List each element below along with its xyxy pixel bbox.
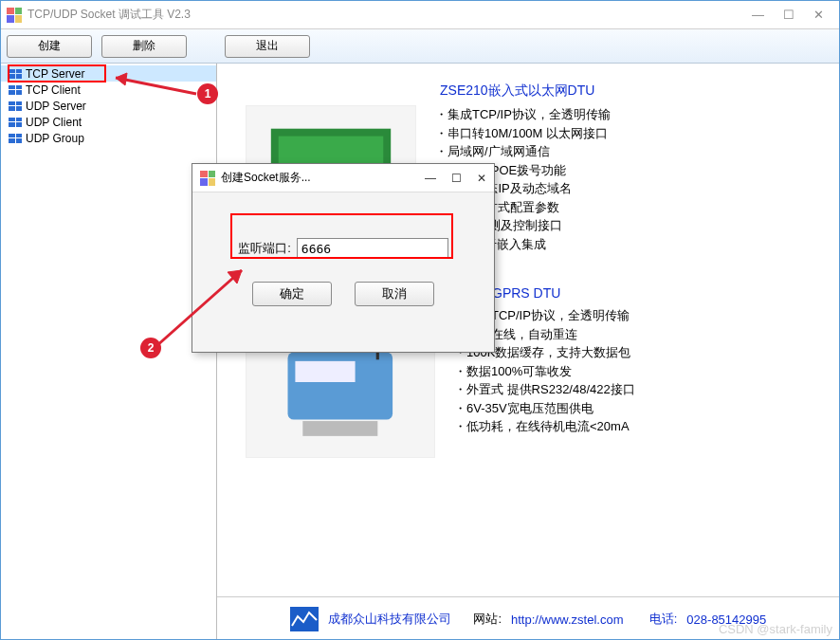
- sidebar-item-label: UDP Group: [26, 132, 84, 145]
- titlebar: TCP/UDP Socket 调试工具 V2.3 — ☐ ✕: [1, 1, 839, 29]
- watermark: CSDN @stark-family: [719, 622, 832, 636]
- footer-phone-label: 电话:: [649, 611, 678, 628]
- dialog-icon: [200, 171, 215, 186]
- footer-site-label: 网站:: [473, 611, 502, 628]
- tree-icon: [9, 101, 22, 111]
- sidebar-item-udp-server[interactable]: UDP Server: [1, 98, 216, 114]
- svg-line-8: [116, 78, 196, 94]
- sidebar-item-label: UDP Client: [26, 116, 82, 129]
- product-title: GPRS DTU: [492, 285, 811, 301]
- product-title: ZSE210嵌入式以太网DTU: [440, 82, 811, 100]
- svg-line-10: [156, 270, 242, 346]
- exit-button[interactable]: 退出: [225, 35, 310, 58]
- close-button[interactable]: ✕: [813, 8, 824, 22]
- svg-rect-7: [303, 421, 378, 436]
- delete-button[interactable]: 删除: [101, 35, 187, 58]
- toolbar: 创建 删除 退出: [1, 29, 839, 64]
- footer-logo-icon: [290, 607, 319, 631]
- annotation-arrow-1: [106, 70, 201, 99]
- ok-button[interactable]: 确定: [252, 282, 332, 306]
- footer-company: 成都众山科技有限公司: [328, 611, 451, 628]
- tree-icon: [9, 69, 22, 79]
- tree-icon: [9, 85, 22, 95]
- minimize-button[interactable]: —: [752, 8, 764, 22]
- dialog-titlebar: 创建Socket服务... — ☐ ✕: [192, 164, 494, 192]
- sidebar-item-label: TCP Client: [26, 83, 81, 97]
- dialog-title: 创建Socket服务...: [221, 170, 425, 186]
- svg-rect-4: [296, 361, 356, 382]
- tree-icon: [9, 134, 22, 143]
- sidebar-item-label: UDP Server: [26, 100, 86, 113]
- port-label: 监听端口:: [238, 240, 291, 257]
- dialog-minimize-button[interactable]: —: [425, 172, 436, 185]
- footer-site-link[interactable]: http://www.zstel.com: [511, 613, 623, 627]
- annotation-arrow-2: [152, 261, 256, 356]
- sidebar-item-label: TCP Server: [26, 67, 84, 81]
- dialog-maximize-button[interactable]: ☐: [451, 172, 462, 185]
- create-button[interactable]: 创建: [7, 35, 92, 58]
- sidebar-item-udp-group[interactable]: UDP Group: [1, 130, 216, 146]
- port-input[interactable]: [297, 238, 448, 259]
- dialog-close-button[interactable]: ✕: [477, 172, 486, 185]
- window-title: TCP/UDP Socket 调试工具 V2.3: [27, 7, 752, 23]
- sidebar-item-udp-client[interactable]: UDP Client: [1, 114, 216, 130]
- window-controls: — ☐ ✕: [752, 8, 833, 22]
- cancel-button[interactable]: 取消: [355, 282, 434, 306]
- app-icon: [7, 8, 22, 23]
- annotation-badge-1: 1: [197, 83, 218, 104]
- svg-marker-9: [116, 73, 127, 85]
- annotation-badge-2: 2: [140, 338, 161, 358]
- maximize-button[interactable]: ☐: [783, 8, 794, 22]
- tree-icon: [9, 118, 22, 127]
